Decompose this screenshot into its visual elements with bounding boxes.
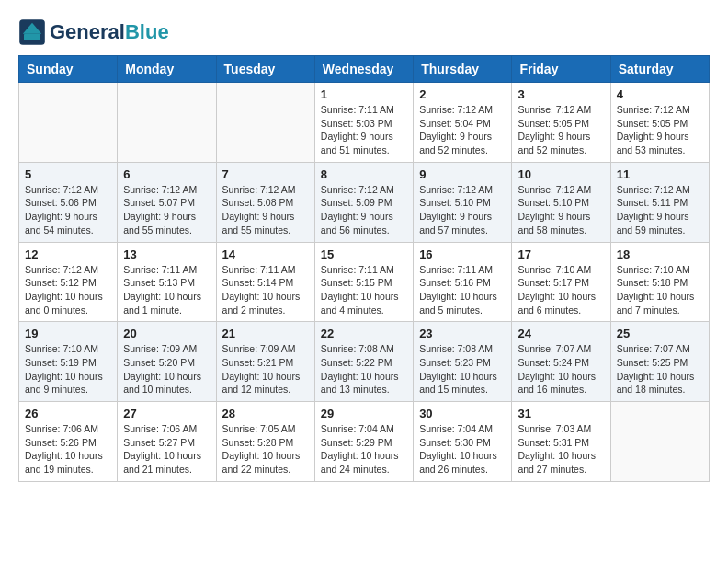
day-info: Sunrise: 7:08 AMSunset: 5:23 PMDaylight:… [419,342,506,396]
day-info: Sunrise: 7:04 AMSunset: 5:29 PMDaylight:… [321,422,407,477]
calendar-cell: 10Sunrise: 7:12 AMSunset: 5:10 PMDayligh… [512,162,610,242]
calendar-cell: 21Sunrise: 7:09 AMSunset: 5:21 PMDayligh… [216,322,314,402]
calendar-cell: 12Sunrise: 7:12 AMSunset: 5:12 PMDayligh… [19,242,118,322]
logo-text: GeneralBlue [50,21,169,43]
day-header-friday: Friday [512,56,610,83]
calendar-cell: 18Sunrise: 7:10 AMSunset: 5:18 PMDayligh… [610,242,709,322]
calendar-cell: 19Sunrise: 7:10 AMSunset: 5:19 PMDayligh… [19,322,118,402]
calendar-cell: 17Sunrise: 7:10 AMSunset: 5:17 PMDayligh… [512,242,610,322]
calendar-cell: 6Sunrise: 7:12 AMSunset: 5:07 PMDaylight… [118,162,216,242]
calendar-cell: 5Sunrise: 7:12 AMSunset: 5:06 PMDaylight… [19,162,118,242]
day-header-saturday: Saturday [610,56,709,83]
calendar-cell [118,83,216,163]
day-number: 6 [123,167,210,181]
calendar-cell: 11Sunrise: 7:12 AMSunset: 5:11 PMDayligh… [610,162,709,242]
day-info: Sunrise: 7:06 AMSunset: 5:26 PMDaylight:… [25,422,111,477]
day-info: Sunrise: 7:11 AMSunset: 5:16 PMDaylight:… [419,263,506,317]
day-info: Sunrise: 7:12 AMSunset: 5:10 PMDaylight:… [419,183,506,237]
day-header-thursday: Thursday [414,56,512,83]
calendar-cell: 16Sunrise: 7:11 AMSunset: 5:16 PMDayligh… [414,242,512,322]
calendar-cell: 4Sunrise: 7:12 AMSunset: 5:05 PMDaylight… [610,83,709,163]
day-number: 11 [617,167,703,181]
week-row-2: 5Sunrise: 7:12 AMSunset: 5:06 PMDaylight… [19,162,710,242]
calendar-cell: 13Sunrise: 7:11 AMSunset: 5:13 PMDayligh… [118,242,216,322]
day-info: Sunrise: 7:09 AMSunset: 5:20 PMDaylight:… [123,342,210,396]
day-number: 17 [518,247,604,261]
day-info: Sunrise: 7:12 AMSunset: 5:04 PMDaylight:… [419,103,506,157]
day-info: Sunrise: 7:12 AMSunset: 5:10 PMDaylight:… [518,183,604,237]
day-info: Sunrise: 7:11 AMSunset: 5:15 PMDaylight:… [321,263,407,317]
day-info: Sunrise: 7:12 AMSunset: 5:09 PMDaylight:… [321,183,407,237]
day-number: 27 [123,407,210,420]
day-info: Sunrise: 7:03 AMSunset: 5:31 PMDaylight:… [518,422,604,477]
day-number: 20 [123,327,210,340]
day-number: 28 [222,407,309,420]
logo: GeneralBlue [18,18,169,46]
day-info: Sunrise: 7:12 AMSunset: 5:05 PMDaylight:… [518,103,604,157]
day-info: Sunrise: 7:12 AMSunset: 5:07 PMDaylight:… [123,183,210,237]
day-number: 9 [419,167,506,181]
day-header-tuesday: Tuesday [216,56,314,83]
day-header-monday: Monday [118,56,216,83]
calendar-cell: 9Sunrise: 7:12 AMSunset: 5:10 PMDaylight… [414,162,512,242]
day-number: 19 [25,327,111,340]
day-header-row: SundayMondayTuesdayWednesdayThursdayFrid… [19,56,710,83]
calendar-cell: 15Sunrise: 7:11 AMSunset: 5:15 PMDayligh… [314,242,413,322]
day-number: 5 [25,167,111,181]
day-info: Sunrise: 7:12 AMSunset: 5:12 PMDaylight:… [25,263,111,317]
calendar-cell: 20Sunrise: 7:09 AMSunset: 5:20 PMDayligh… [118,322,216,402]
day-info: Sunrise: 7:07 AMSunset: 5:24 PMDaylight:… [518,342,604,396]
day-number: 24 [518,327,604,340]
calendar-table: SundayMondayTuesdayWednesdayThursdayFrid… [18,55,710,482]
day-number: 16 [419,247,506,261]
calendar-cell: 28Sunrise: 7:05 AMSunset: 5:28 PMDayligh… [216,402,314,482]
day-info: Sunrise: 7:11 AMSunset: 5:14 PMDaylight:… [222,263,309,317]
day-number: 23 [419,327,506,340]
day-number: 15 [321,247,407,261]
day-info: Sunrise: 7:12 AMSunset: 5:06 PMDaylight:… [25,183,111,237]
day-number: 1 [321,87,407,101]
day-number: 7 [222,167,309,181]
day-number: 4 [617,87,703,101]
calendar-cell: 3Sunrise: 7:12 AMSunset: 5:05 PMDaylight… [512,83,610,163]
calendar-cell: 27Sunrise: 7:06 AMSunset: 5:27 PMDayligh… [118,402,216,482]
day-info: Sunrise: 7:11 AMSunset: 5:13 PMDaylight:… [123,263,210,317]
day-info: Sunrise: 7:09 AMSunset: 5:21 PMDaylight:… [222,342,309,396]
day-info: Sunrise: 7:08 AMSunset: 5:22 PMDaylight:… [321,342,407,396]
day-info: Sunrise: 7:04 AMSunset: 5:30 PMDaylight:… [419,422,506,477]
day-header-sunday: Sunday [19,56,118,83]
calendar-cell: 14Sunrise: 7:11 AMSunset: 5:14 PMDayligh… [216,242,314,322]
day-info: Sunrise: 7:12 AMSunset: 5:05 PMDaylight:… [617,103,703,157]
day-number: 22 [321,327,407,340]
week-row-3: 12Sunrise: 7:12 AMSunset: 5:12 PMDayligh… [19,242,710,322]
day-number: 29 [321,407,407,420]
week-row-5: 26Sunrise: 7:06 AMSunset: 5:26 PMDayligh… [19,402,710,482]
calendar-cell: 7Sunrise: 7:12 AMSunset: 5:08 PMDaylight… [216,162,314,242]
day-number: 3 [518,87,604,101]
day-header-wednesday: Wednesday [314,56,413,83]
day-info: Sunrise: 7:07 AMSunset: 5:25 PMDaylight:… [617,342,703,396]
day-number: 25 [617,327,703,340]
calendar-cell [19,83,118,163]
day-number: 12 [25,247,111,261]
calendar-cell: 26Sunrise: 7:06 AMSunset: 5:26 PMDayligh… [19,402,118,482]
day-info: Sunrise: 7:10 AMSunset: 5:17 PMDaylight:… [518,263,604,317]
day-info: Sunrise: 7:06 AMSunset: 5:27 PMDaylight:… [123,422,210,477]
day-number: 14 [222,247,309,261]
svg-rect-2 [24,34,40,40]
day-number: 2 [419,87,506,101]
calendar-cell [216,83,314,163]
calendar-cell: 1Sunrise: 7:11 AMSunset: 5:03 PMDaylight… [314,83,413,163]
day-number: 8 [321,167,407,181]
calendar-cell: 31Sunrise: 7:03 AMSunset: 5:31 PMDayligh… [512,402,610,482]
day-number: 31 [518,407,604,420]
calendar-cell: 30Sunrise: 7:04 AMSunset: 5:30 PMDayligh… [414,402,512,482]
calendar-cell: 29Sunrise: 7:04 AMSunset: 5:29 PMDayligh… [314,402,413,482]
day-number: 21 [222,327,309,340]
day-number: 18 [617,247,703,261]
week-row-1: 1Sunrise: 7:11 AMSunset: 5:03 PMDaylight… [19,83,710,163]
calendar-cell: 8Sunrise: 7:12 AMSunset: 5:09 PMDaylight… [314,162,413,242]
day-number: 26 [25,407,111,420]
day-info: Sunrise: 7:10 AMSunset: 5:18 PMDaylight:… [617,263,703,317]
calendar-cell: 23Sunrise: 7:08 AMSunset: 5:23 PMDayligh… [414,322,512,402]
